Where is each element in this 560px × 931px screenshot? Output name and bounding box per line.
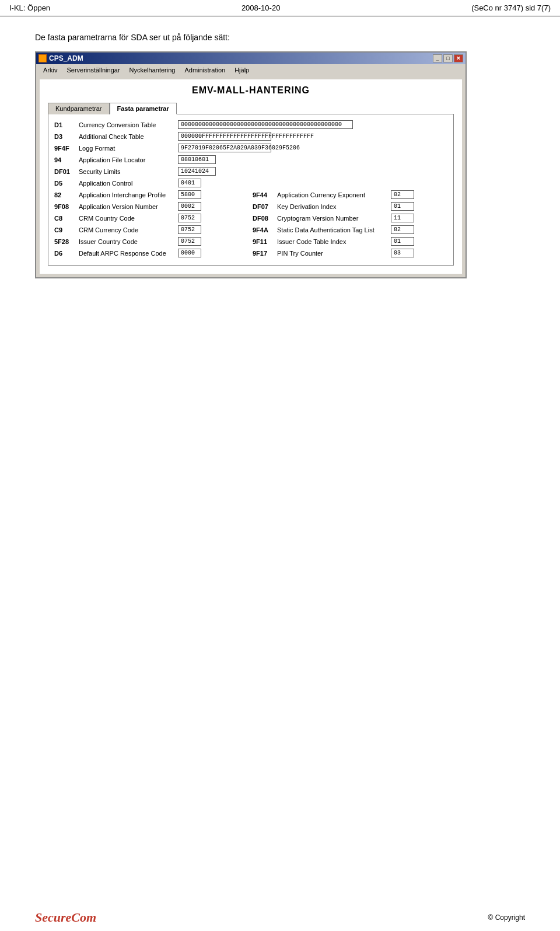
page-header: I-KL: Öppen 2008-10-20 (SeCo nr 3747) si… bbox=[0, 0, 560, 16]
param-row-dual-9F08: 9F08 Application Version Number 0002 DF0… bbox=[54, 202, 447, 211]
header-center: 2008-10-20 bbox=[242, 4, 281, 12]
param-right-DF07: DF07 Key Derivation Index 01 bbox=[253, 202, 414, 211]
param-row-9F4F: 9F4F Logg Format 9F27019F02065F2A029A039… bbox=[54, 144, 447, 152]
param-value-82[interactable]: 5800 bbox=[178, 190, 201, 199]
windows-dialog: CPS_ADM _ □ ✕ Arkiv Serverinställningar … bbox=[35, 51, 467, 278]
intro-paragraph: De fasta parametrarna för SDA ser ut på … bbox=[35, 33, 525, 42]
menu-serverinstallningar[interactable]: Serverinställningar bbox=[62, 65, 124, 75]
param-left-5F28: 5F28 Issuer Country Code 0752 bbox=[54, 237, 253, 246]
tab-fasta-parametrar[interactable]: Fasta parametrar bbox=[110, 103, 177, 114]
param-label-D3: Additional Check Table bbox=[79, 133, 178, 140]
param-row-dual-C9: C9 CRM Currency Code 0752 9F4A Static Da… bbox=[54, 225, 447, 234]
param-code-5F28: 5F28 bbox=[54, 238, 79, 245]
param-code-9F17: 9F17 bbox=[253, 250, 277, 257]
param-value-94[interactable]: 08010601 bbox=[178, 155, 216, 164]
param-value-C9[interactable]: 0752 bbox=[178, 225, 201, 234]
menu-nyckelhantering[interactable]: Nyckelhantering bbox=[125, 65, 180, 75]
param-left-82: 82 Application Interchange Profile 5800 bbox=[54, 190, 253, 199]
close-button[interactable]: ✕ bbox=[454, 54, 463, 62]
param-label-9F11: Issuer Code Table Index bbox=[277, 238, 391, 245]
param-label-5F28: Issuer Country Code bbox=[79, 238, 178, 245]
param-label-D1: Currency Conversion Table bbox=[79, 121, 178, 128]
param-value-D3[interactable]: 000000FFFFFFFFFFFFFFFFFFFFFFFFFFFFFFFF bbox=[178, 132, 271, 141]
menubar: Arkiv Serverinställningar Nyckelhanterin… bbox=[36, 64, 466, 76]
dialog-content: EMV-MALL-HANTERING Kundparametrar Fasta … bbox=[40, 79, 462, 274]
param-code-DF08: DF08 bbox=[253, 215, 277, 222]
param-value-D1[interactable]: 0000000000000000000000000000000000000000… bbox=[178, 120, 353, 129]
param-label-94: Application File Locator bbox=[79, 156, 178, 163]
param-row-dual-82: 82 Application Interchange Profile 5800 … bbox=[54, 190, 447, 199]
win-controls[interactable]: _ □ ✕ bbox=[433, 54, 463, 62]
tab-kundparametrar[interactable]: Kundparametrar bbox=[48, 103, 110, 114]
param-code-DF01: DF01 bbox=[54, 168, 79, 175]
param-value-DF01[interactable]: 10241024 bbox=[178, 167, 216, 176]
menu-arkiv[interactable]: Arkiv bbox=[38, 65, 62, 75]
param-left-C9: C9 CRM Currency Code 0752 bbox=[54, 225, 253, 234]
param-code-82: 82 bbox=[54, 191, 79, 198]
param-code-9F08: 9F08 bbox=[54, 203, 79, 210]
param-label-C8: CRM Country Code bbox=[79, 215, 178, 222]
param-label-D5: Application Control bbox=[79, 180, 178, 187]
app-icon bbox=[38, 54, 47, 62]
param-row-dual-5F28: 5F28 Issuer Country Code 0752 9F11 Issue… bbox=[54, 237, 447, 246]
tabs-row: Kundparametrar Fasta parametrar bbox=[48, 103, 454, 114]
param-label-82: Application Interchange Profile bbox=[79, 191, 178, 198]
titlebar-title: CPS_ADM bbox=[49, 54, 83, 62]
dialog-title: EMV-MALL-HANTERING bbox=[48, 85, 454, 96]
header-right: (SeCo nr 3747) sid 7(7) bbox=[471, 4, 551, 12]
logo-part2: Com bbox=[71, 910, 96, 925]
param-label-DF01: Security Limits bbox=[79, 168, 178, 175]
param-left-9F08: 9F08 Application Version Number 0002 bbox=[54, 202, 253, 211]
param-value-D5[interactable]: 0401 bbox=[178, 179, 201, 187]
param-row-dual-D6: D6 Default ARPC Response Code 0000 9F17 … bbox=[54, 249, 447, 257]
param-label-9F4F: Logg Format bbox=[79, 145, 178, 152]
titlebar: CPS_ADM _ □ ✕ bbox=[36, 53, 466, 64]
param-value-9F44[interactable]: 02 bbox=[391, 190, 414, 199]
param-code-DF07: DF07 bbox=[253, 203, 277, 210]
param-code-C9: C9 bbox=[54, 226, 79, 233]
copyright-text: © Copyright bbox=[488, 913, 525, 922]
param-code-9F44: 9F44 bbox=[253, 191, 277, 198]
param-value-5F28[interactable]: 0752 bbox=[178, 237, 201, 246]
param-right-9F4A: 9F4A Static Data Authentication Tag List… bbox=[253, 225, 414, 234]
param-label-9F08: Application Version Number bbox=[79, 203, 178, 210]
titlebar-left: CPS_ADM bbox=[38, 54, 83, 62]
menu-administration[interactable]: Administration bbox=[180, 65, 230, 75]
logo-part1: Secure bbox=[35, 910, 71, 925]
param-row-94: 94 Application File Locator 08010601 bbox=[54, 155, 447, 164]
param-left-D6: D6 Default ARPC Response Code 0000 bbox=[54, 249, 253, 257]
param-row-D1: D1 Currency Conversion Table 00000000000… bbox=[54, 120, 447, 129]
param-label-9F4A: Static Data Authentication Tag List bbox=[277, 226, 391, 233]
param-code-94: 94 bbox=[54, 156, 79, 163]
param-value-9F4F[interactable]: 9F27019F02065F2A029A039F36029F5206 bbox=[178, 144, 271, 152]
param-row-DF01: DF01 Security Limits 10241024 bbox=[54, 167, 447, 176]
param-code-C8: C8 bbox=[54, 215, 79, 222]
param-value-9F08[interactable]: 0002 bbox=[178, 202, 201, 211]
param-code-9F4A: 9F4A bbox=[253, 226, 277, 233]
param-label-C9: CRM Currency Code bbox=[79, 226, 178, 233]
param-value-9F11[interactable]: 01 bbox=[391, 237, 414, 246]
param-value-D6[interactable]: 0000 bbox=[178, 249, 201, 257]
param-right-9F17: 9F17 PIN Try Counter 03 bbox=[253, 249, 414, 257]
param-code-9F4F: 9F4F bbox=[54, 145, 79, 152]
param-row-dual-C8: C8 CRM Country Code 0752 DF08 Cryptogram… bbox=[54, 214, 447, 222]
minimize-button[interactable]: _ bbox=[433, 54, 442, 62]
param-code-D6: D6 bbox=[54, 250, 79, 257]
params-area: D1 Currency Conversion Table 00000000000… bbox=[48, 114, 454, 266]
param-row-D3: D3 Additional Check Table 000000FFFFFFFF… bbox=[54, 132, 447, 141]
param-value-DF07[interactable]: 01 bbox=[391, 202, 414, 211]
param-label-DF08: Cryptogram Version Number bbox=[277, 215, 391, 222]
header-left: I-KL: Öppen bbox=[9, 4, 50, 12]
maximize-button[interactable]: □ bbox=[443, 54, 453, 62]
param-label-D6: Default ARPC Response Code bbox=[79, 250, 178, 257]
param-value-C8[interactable]: 0752 bbox=[178, 214, 201, 222]
param-value-9F4A[interactable]: 82 bbox=[391, 225, 414, 234]
param-code-D5: D5 bbox=[54, 180, 79, 187]
securecom-logo: SecureCom bbox=[35, 910, 96, 925]
param-label-9F44: Application Currency Exponent bbox=[277, 191, 391, 198]
param-right-9F11: 9F11 Issuer Code Table Index 01 bbox=[253, 237, 414, 246]
menu-hjalp[interactable]: Hjälp bbox=[230, 65, 254, 75]
param-code-D3: D3 bbox=[54, 133, 79, 140]
param-value-9F17[interactable]: 03 bbox=[391, 249, 414, 257]
param-value-DF08[interactable]: 11 bbox=[391, 214, 414, 222]
